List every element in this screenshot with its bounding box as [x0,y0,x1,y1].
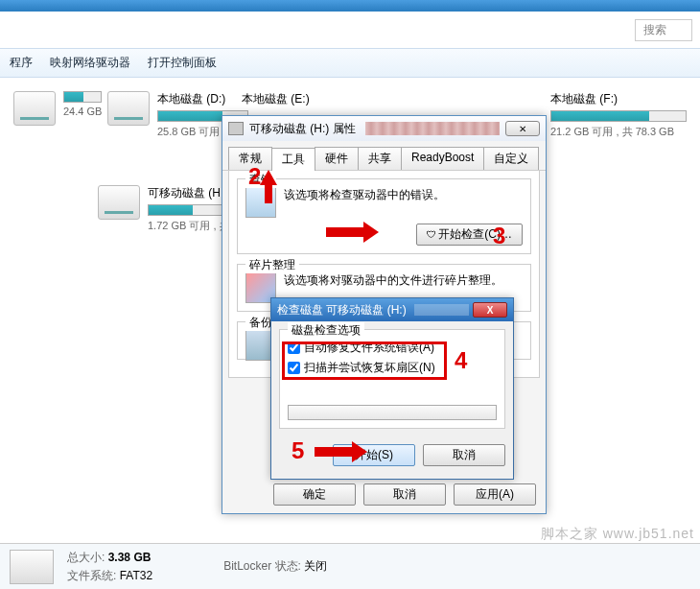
scan-recover-checkbox[interactable]: 扫描并尝试恢复坏扇区(N) [288,360,497,376]
watermark: 脚本之家 www.jb51.net [541,526,694,543]
dialog-titlebar[interactable]: 检查磁盘 可移动磁盘 (H:) X [271,298,513,321]
progress-bar [288,405,497,420]
dialog-titlebar[interactable]: 可移动磁盘 (H:) 属性 ✕ [222,116,546,141]
search-box[interactable]: 搜索 [635,19,692,41]
checkdisk-icon [245,187,276,218]
tab-general[interactable]: 常规 [228,147,272,170]
error-check-group: 查错 该选项将检查驱动器中的错误。 开始检查(C)… [237,178,531,254]
auto-fix-checkbox[interactable]: 自动修复文件系统错误(A) [288,340,497,356]
start-check-button[interactable]: 开始检查(C)… [416,224,523,246]
toolbar-item[interactable]: 程序 [10,55,33,71]
checkdisk-dialog: 检查磁盘 可移动磁盘 (H:) X 磁盘检查选项 自动修复文件系统错误(A) 扫… [270,297,514,480]
drive-icon [98,185,140,220]
toolbar-item[interactable]: 打开控制面板 [148,55,217,71]
tab-readyboost[interactable]: ReadyBoost [401,147,484,170]
ok-button[interactable]: 确定 [273,483,356,506]
close-button[interactable]: X [473,302,507,318]
toolbar-item[interactable]: 映射网络驱动器 [50,55,130,71]
tab-sharing[interactable]: 共享 [358,147,402,170]
drive-item[interactable]: 24.4 GB [10,87,94,143]
drive-icon [107,91,150,126]
status-bar: 总大小: 3.38 GB 文件系统: FAT32 BitLocker 状态: 关… [0,543,700,589]
cancel-button[interactable]: 取消 [363,483,446,506]
drive-item[interactable]: 本地磁盘 (D:)25.8 GB 可用 , 共 9 [104,87,228,143]
tab-hardware[interactable]: 硬件 [315,147,359,170]
drive-icon [13,91,56,126]
tab-custom[interactable]: 自定义 [483,147,539,170]
drive-icon [228,122,244,135]
drive-item-removable[interactable]: 可移动磁盘 (H:)1.72 GB 可用 , 共 3. [94,181,228,237]
apply-button[interactable]: 应用(A) [454,483,536,506]
cancel-button[interactable]: 取消 [423,444,505,466]
tab-strip: 常规 工具 硬件 共享 ReadyBoost 自定义 [222,141,546,171]
start-button[interactable]: 开始(S) [333,444,415,466]
close-button[interactable]: ✕ [505,121,540,136]
tab-tools[interactable]: 工具 [271,148,315,171]
drive-icon [10,550,54,584]
drive-item[interactable]: 本地磁盘 (F:)21.2 GB 可用 , 共 78.3 GB [547,87,690,143]
explorer-toolbar: 程序 映射网络驱动器 打开控制面板 [0,48,700,78]
